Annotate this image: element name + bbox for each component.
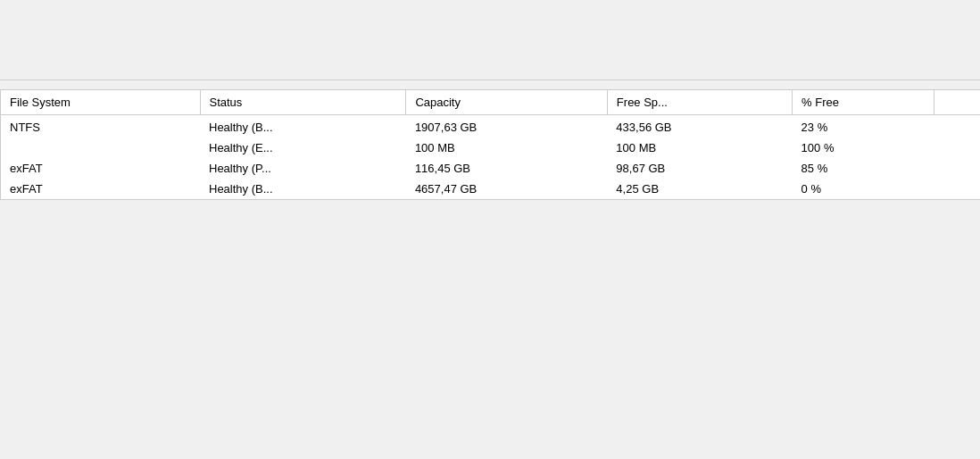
column-header-extra bbox=[934, 90, 980, 115]
column-header-file-system: File System bbox=[1, 90, 200, 115]
cell-free-space: 4,25 GB bbox=[607, 179, 792, 199]
column-header-percent-free: % Free bbox=[793, 90, 934, 115]
cell-extra bbox=[934, 138, 980, 158]
table-row[interactable]: Healthy (E... 100 MB 100 MB 100 % bbox=[1, 138, 980, 158]
table-row[interactable]: exFAT Healthy (P... 116,45 GB 98,67 GB 8… bbox=[1, 158, 980, 179]
column-header-free-space: Free Sp... bbox=[607, 90, 792, 115]
cell-file-system bbox=[1, 138, 200, 158]
cell-free-space: 433,56 GB bbox=[607, 115, 792, 138]
cell-status: Healthy (E... bbox=[200, 138, 406, 158]
cell-free-space: 100 MB bbox=[607, 138, 792, 158]
column-header-capacity: Capacity bbox=[406, 90, 607, 115]
content-area: File System Status Capacity Free Sp... %… bbox=[0, 89, 980, 200]
table-row[interactable]: exFAT Healthy (B... 4657,47 GB 4,25 GB 0… bbox=[1, 179, 980, 199]
cell-percent-free: 100 % bbox=[793, 138, 934, 158]
cell-status: Healthy (B... bbox=[200, 179, 406, 199]
cell-capacity: 116,45 GB bbox=[406, 158, 607, 179]
cell-extra bbox=[934, 179, 980, 199]
cell-status: Healthy (P... bbox=[200, 158, 406, 179]
cell-percent-free: 23 % bbox=[793, 115, 934, 138]
table-header-row: File System Status Capacity Free Sp... %… bbox=[1, 90, 980, 115]
column-header-status: Status bbox=[200, 90, 406, 115]
table-row[interactable]: NTFS Healthy (B... 1907,63 GB 433,56 GB … bbox=[1, 115, 980, 138]
cell-capacity: 4657,47 GB bbox=[406, 179, 607, 199]
cell-file-system: exFAT bbox=[1, 179, 200, 199]
cell-extra bbox=[934, 158, 980, 179]
cell-percent-free: 0 % bbox=[793, 179, 934, 199]
disk-table: File System Status Capacity Free Sp... %… bbox=[1, 90, 980, 199]
cell-percent-free: 85 % bbox=[793, 158, 934, 179]
cell-file-system: NTFS bbox=[1, 115, 200, 138]
cell-free-space: 98,67 GB bbox=[607, 158, 792, 179]
cell-capacity: 100 MB bbox=[406, 138, 607, 158]
cell-capacity: 1907,63 GB bbox=[406, 115, 607, 138]
cell-extra bbox=[934, 115, 980, 138]
cell-file-system: exFAT bbox=[1, 158, 200, 179]
cell-status: Healthy (B... bbox=[200, 115, 406, 138]
top-bar bbox=[0, 0, 980, 80]
